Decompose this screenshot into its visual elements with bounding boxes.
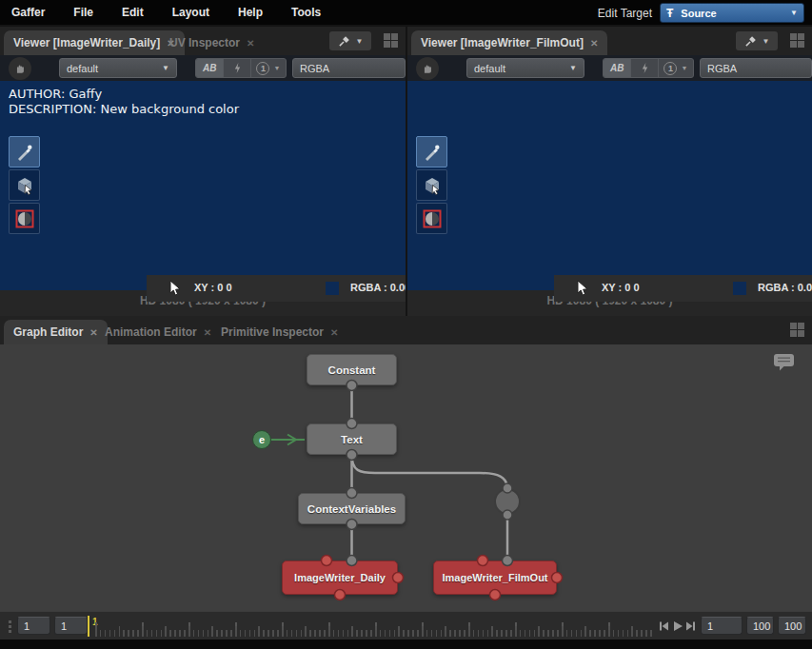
crop-window-tool-button[interactable] [416,203,447,234]
play-button[interactable] [672,620,683,632]
tab-primitive-inspector[interactable]: Primitive Inspector ✕ [211,320,347,344]
tab-label: Graph Editor [13,325,83,339]
description-line: DESCRIPTION: New background color [9,102,239,117]
timeline-grip-handle[interactable] [9,620,11,634]
end-frame-field[interactable]: 100 [746,617,774,635]
viewer-panel-filmout: Viewer [ImageWriter_FilmOut] ✕ ▼ default [407,27,812,316]
node-constant[interactable]: Constant [307,354,397,385]
edit-target-select[interactable]: Ŧ Source ▼ [660,3,804,23]
node-text[interactable]: Text [307,423,397,455]
tab-viewer-filmout[interactable]: Viewer [ImageWriter_FilmOut] ✕ [411,30,607,55]
compare-group: AB 1 ▼ [195,58,287,78]
annotation-icon[interactable] [773,353,796,372]
menu-file[interactable]: File [59,6,108,19]
pan-tool-button[interactable] [416,57,439,80]
edit-target-group: Edit Target Ŧ Source ▼ [598,3,804,23]
image-text-overlay: AUTHOR: Gaffy DESCRIPTION: New backgroun… [9,87,239,117]
tab-graph-editor[interactable]: Graph Editor ✕ [4,320,108,344]
close-icon[interactable]: ✕ [330,327,338,338]
hand-icon [13,62,27,75]
skip-to-end-button[interactable] [685,620,697,632]
compare-group: AB 1 ▼ [603,58,694,78]
lightning-icon [233,62,242,74]
chevron-down-icon: ▼ [790,9,798,17]
layout-grid-icon[interactable] [790,323,804,337]
view-select-value: default [67,63,98,74]
color-picker-tool-button[interactable] [9,136,40,167]
tab-label: Viewer [ImageWriter_FilmOut] [421,36,584,49]
skip-to-start-button[interactable] [658,620,669,632]
node-connections [0,344,812,611]
pixel-status-bar: XY : 0 0 RGBA : 0.000 0.0 [147,275,406,302]
chevron-down-icon: ▼ [569,64,577,72]
compare-ab-button[interactable]: AB [604,59,631,77]
layout-grid-icon[interactable] [790,33,804,48]
node-dot[interactable] [495,489,520,514]
close-icon[interactable]: ✕ [590,38,598,49]
pin-menu-button[interactable]: ▼ [329,31,371,50]
current-frame-field[interactable]: 1 [701,617,743,635]
channels-select[interactable]: RGBA [292,58,406,78]
channels-select[interactable]: RGBA [700,58,812,78]
viewer-filmout-toolbar: default ▼ AB 1 ▼ RGBA [407,55,812,81]
channels-select-value: RGBA [300,63,329,74]
node-expression[interactable]: e [252,430,271,449]
viewer-daily-tabbar: Viewer [ImageWriter_Daily] ✕ UV Inspecto… [0,27,406,55]
end-frame-field-2[interactable]: 100 [778,617,806,635]
pin-menu-button[interactable]: ▼ [736,31,778,50]
playhead-marker[interactable] [88,616,89,637]
tab-uv-inspector[interactable]: UV Inspector ✕ [160,30,264,55]
chevron-down-icon: ▼ [162,64,169,72]
view-select-value: default [474,63,505,74]
select-tool-button[interactable] [9,169,40,201]
compare-ab-button[interactable]: AB [196,59,224,77]
graph-editor-panel: Graph Editor ✕ Animation Editor ✕ Primit… [0,316,812,611]
menu-layout[interactable]: Layout [158,6,224,19]
node-imagewriter-filmout[interactable]: ImageWriter_FilmOut [433,560,557,595]
menu-tools[interactable]: Tools [277,6,335,19]
crop-window-tool-button[interactable] [9,203,40,234]
graph-canvas[interactable]: Constant Text ContextVariables ImageWrit… [0,344,812,611]
viewer-filmout-viewport[interactable] [407,81,812,290]
graph-tabbar: Graph Editor ✕ Animation Editor ✕ Primit… [0,316,812,344]
quarter-circle-icon [15,209,34,228]
menu-gaffer[interactable]: Gaffer [0,6,59,19]
menu-help[interactable]: Help [224,6,277,19]
xy-readout: XY : 0 0 [602,282,640,293]
solo-channel-button[interactable] [224,59,250,77]
cube-cursor-icon [14,175,35,196]
view-select[interactable]: default ▼ [59,58,177,78]
layout-grid-icon[interactable] [384,33,398,48]
channels-select-value: RGBA [707,63,737,74]
pin-target-icon: Ŧ [666,7,673,20]
eyedropper-icon [15,143,34,162]
gaffer-window: Gaffer File Edit Layout Help Tools Edit … [0,0,812,649]
timeline-snap-field[interactable]: 1 [54,617,88,635]
tab-animation-editor[interactable]: Animation Editor ✕ [95,320,221,344]
frame-ruler[interactable] [95,617,652,637]
node-imagewriter-daily[interactable]: ImageWriter_Daily [282,560,398,595]
close-icon[interactable]: ✕ [204,327,211,338]
channel-count-button[interactable]: 1 ▼ [251,59,286,77]
pin-icon [744,35,757,48]
channel-count-button[interactable]: 1 ▼ [659,59,693,77]
quarter-circle-icon [423,209,442,228]
tab-viewer-daily[interactable]: Viewer [ImageWriter_Daily] ✕ [4,30,185,55]
expression-wire [271,435,305,445]
author-line: AUTHOR: Gaffy [9,87,239,102]
channel-count-value: 1 [256,62,269,75]
select-tool-button[interactable] [416,169,447,201]
cursor-icon [169,280,182,297]
color-picker-tool-button[interactable] [416,136,447,167]
pin-icon [338,35,350,48]
cube-cursor-icon [422,175,443,196]
node-contextvariables[interactable]: ContextVariables [298,493,406,524]
viewer-daily-viewport[interactable]: AUTHOR: Gaffy DESCRIPTION: New backgroun… [0,81,406,290]
pan-tool-button[interactable] [9,57,31,80]
close-icon[interactable]: ✕ [247,38,254,49]
color-swatch [326,282,339,295]
timeline-start-field[interactable]: 1 [17,617,50,635]
menu-edit[interactable]: Edit [108,6,158,19]
view-select[interactable]: default ▼ [466,58,584,78]
solo-channel-button[interactable] [631,59,658,77]
